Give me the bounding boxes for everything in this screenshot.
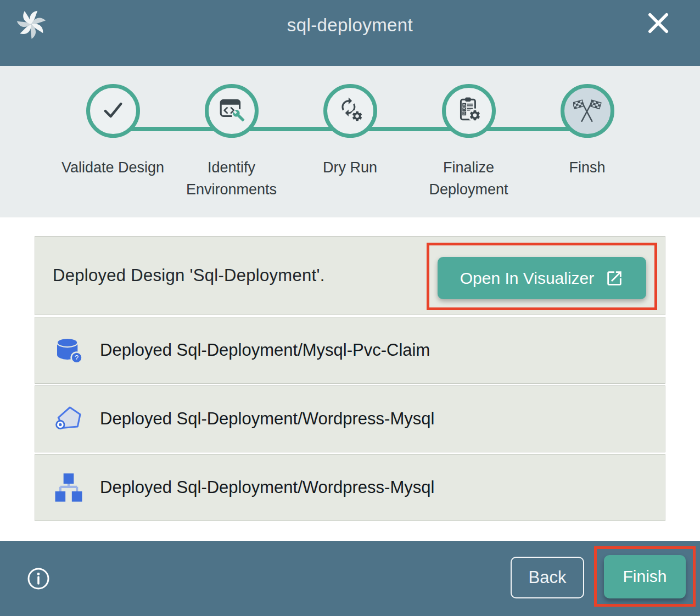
highlight-box-visualizer: Open In Visualizer (427, 243, 657, 310)
external-link-icon (605, 269, 624, 288)
deployment-wizard-dialog: sql-deployment Validate Design (0, 0, 700, 616)
results-area: Deployed Design 'Sql-Deployment'. Open I… (0, 217, 700, 541)
info-icon[interactable] (26, 567, 51, 591)
stepper: Validate Design (0, 66, 700, 217)
meshery-logo-icon (15, 7, 48, 41)
svg-text:?: ? (75, 354, 79, 362)
open-in-visualizer-button[interactable]: Open In Visualizer (438, 257, 646, 299)
step-dry-run: Dry Run (291, 84, 410, 200)
deployed-item-text: Deployed Sql-Deployment/Wordpress-Mysql (100, 478, 434, 497)
step-label: Finsh (569, 156, 605, 178)
stepper-steps: Validate Design (0, 84, 700, 200)
finish-flags-icon (573, 96, 602, 126)
open-in-visualizer-label: Open In Visualizer (460, 269, 595, 288)
close-icon[interactable] (644, 9, 673, 37)
sync-gear-icon (337, 96, 364, 126)
step-label: Finalize Deployment (416, 156, 522, 200)
clipboard-gear-icon (455, 96, 483, 126)
deployed-item-row: Deployed Sql-Deployment/Wordpress-Mysql (35, 454, 665, 521)
pentagon-icon (53, 404, 84, 434)
step-finalize-deployment: Finalize Deployment (410, 84, 528, 200)
step-circle (205, 84, 259, 138)
check-icon (100, 97, 126, 125)
step-identify-environments: Identify Environments (172, 84, 291, 200)
step-circle (323, 84, 377, 138)
back-button[interactable]: Back (511, 557, 584, 598)
deployed-item-row: Deployed Sql-Deployment/Wordpress-Mysql (35, 385, 665, 452)
step-validate-design: Validate Design (54, 84, 172, 200)
code-wrench-icon (218, 96, 245, 126)
deployed-item-text: Deployed Sql-Deployment/Mysql-Pvc-Claim (100, 340, 430, 360)
database-icon: ? (53, 335, 84, 366)
dialog-header: sql-deployment (0, 0, 700, 66)
highlight-box-finish: Finish (594, 546, 696, 607)
finish-button[interactable]: Finish (604, 555, 686, 598)
step-circle (442, 84, 496, 138)
step-label: Identify Environments (179, 156, 284, 200)
deployed-item-text: Deployed Sql-Deployment/Wordpress-Mysql (100, 409, 434, 429)
deployed-item-row: ? Deployed Sql-Deployment/Mysql-Pvc-Clai… (35, 317, 665, 384)
results-panel: Deployed Design 'Sql-Deployment'. Open I… (35, 236, 665, 521)
step-label: Validate Design (61, 156, 164, 178)
summary-row: Deployed Design 'Sql-Deployment'. Open I… (35, 236, 665, 315)
step-circle (86, 84, 140, 138)
dialog-title: sql-deployment (287, 15, 413, 36)
dialog-footer: Back Finish (0, 541, 700, 616)
step-label: Dry Run (323, 156, 377, 178)
step-finish: Finsh (528, 84, 647, 200)
topology-icon (53, 472, 84, 503)
step-circle (561, 84, 614, 138)
summary-text: Deployed Design 'Sql-Deployment'. (53, 266, 325, 285)
